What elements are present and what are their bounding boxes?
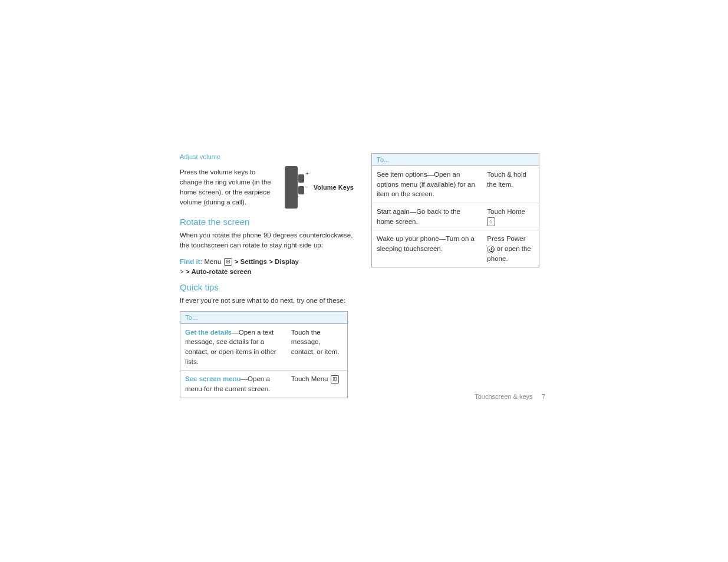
phone-body-illustration xyxy=(285,166,298,209)
quick-tips-action-cell-2: See screen menu—Open a menu for the curr… xyxy=(180,371,286,398)
menu-icon: ⊞ xyxy=(224,258,232,266)
quick-tips-table-header: To... xyxy=(180,311,348,323)
table-row: See item options—Open an options menu (i… xyxy=(372,166,539,203)
adjust-volume-section: Adjust volume Press the volume keys to c… xyxy=(180,153,354,211)
see-screen-menu-instruction: Touch Menu xyxy=(291,375,328,382)
adjust-volume-title: Adjust volume xyxy=(180,153,354,160)
right-instruction-cell-1: Touch & hold the item. xyxy=(482,166,539,203)
table-row: Get the details—Open a text message, see… xyxy=(180,323,348,371)
quick-tips-instruction-cell-1: Touch the message, contact, or item. xyxy=(286,323,348,371)
right-action-cell-1: See item options—Open an options menu (i… xyxy=(372,166,483,203)
right-action-cell-2: Start again—Go back to the home screen. xyxy=(372,203,483,230)
rotate-screen-body: When you rotate the phone 90 degrees cou… xyxy=(180,230,354,251)
quick-tips-table: To... Get the details—Open a text messag… xyxy=(180,311,348,398)
see-item-options-link: See item options xyxy=(377,171,427,178)
adjust-volume-body: Press the volume keys to change the ring… xyxy=(180,167,276,208)
table-row: Start again—Go back to the home screen. … xyxy=(372,203,539,230)
home-icon: ⌂ xyxy=(487,217,495,226)
minus-sign: − xyxy=(304,184,307,190)
see-item-options-instruction: Touch & hold the item. xyxy=(487,171,526,188)
quick-tips-action-cell-1: Get the details—Open a text message, see… xyxy=(180,323,286,371)
right-action-cell-3: Wake up your phone—Turn on a sleeping to… xyxy=(372,230,483,267)
right-instruction-cell-3: Press Power ⏻ or open the phone. xyxy=(482,230,539,267)
quick-tips-section: Quick tips If ever you're not sure what … xyxy=(180,282,354,398)
page-footer: Touchscreen & keys 7 xyxy=(475,393,545,400)
volume-plus-button-illustration xyxy=(298,174,304,183)
power-icon: ⏻ xyxy=(487,246,495,253)
find-it-path: Menu ⊞ xyxy=(205,258,233,265)
quick-tips-body: If ever you're not sure what to do next,… xyxy=(180,296,354,306)
wake-up-phone-instruction: Press Power xyxy=(487,235,525,242)
menu-icon-2: ⊞ xyxy=(331,375,339,384)
get-details-link: Get the details xyxy=(185,329,232,336)
right-column: To... See item options—Open an options m… xyxy=(371,153,545,267)
quick-tips-heading: Quick tips xyxy=(180,282,354,292)
section-label: Touchscreen & keys xyxy=(475,393,532,400)
right-instruction-cell-2: Touch Home ⌂ xyxy=(482,203,539,230)
find-it-label: Find it: xyxy=(180,258,202,265)
get-details-instruction: Touch the message, contact, or item. xyxy=(291,329,340,355)
quick-tips-instruction-cell-2: Touch Menu ⊞ xyxy=(286,371,348,398)
rotate-screen-section: Rotate the screen When you rotate the ph… xyxy=(180,217,354,275)
plus-sign: + xyxy=(305,171,308,177)
volume-keys-image: + − xyxy=(276,164,309,211)
rotate-screen-heading: Rotate the screen xyxy=(180,217,354,227)
page-number: 7 xyxy=(542,393,545,400)
table-row: See screen menu—Open a menu for the curr… xyxy=(180,371,348,398)
start-again-instruction: Touch Home xyxy=(487,208,525,215)
find-it-path2: > Settings > Display xyxy=(235,258,299,265)
volume-area: Press the volume keys to change the ring… xyxy=(180,164,354,211)
wake-up-phone-link: Wake up your phone xyxy=(377,235,439,242)
right-tips-table: To... See item options—Open an options m… xyxy=(371,153,539,267)
volume-keys-label: Volume Keys xyxy=(314,184,354,191)
see-screen-menu-link: See screen menu xyxy=(185,375,241,382)
auto-rotate-text: > Auto-rotate screen xyxy=(186,268,252,275)
table-row: Wake up your phone—Turn on a sleeping to… xyxy=(372,230,539,267)
find-it-path3: > > Auto-rotate screen xyxy=(180,268,354,275)
start-again-link: Start again xyxy=(377,208,410,215)
right-table-header: To... xyxy=(372,154,539,166)
volume-minus-button-illustration xyxy=(298,186,304,194)
find-it-line: Find it: Menu ⊞ > Settings > Display xyxy=(180,258,354,266)
